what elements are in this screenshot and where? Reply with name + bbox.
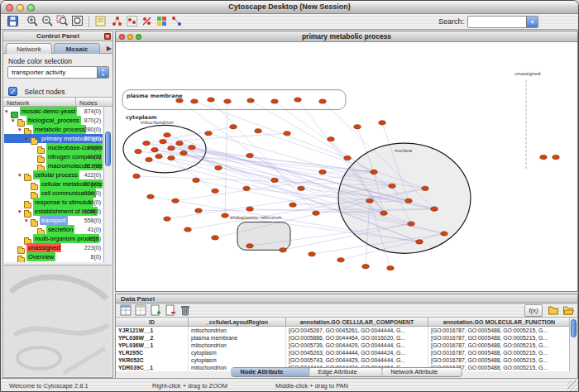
- tree-row[interactable]: secretion41(0): [4, 225, 103, 234]
- tree-row[interactable]: ▾transport558(0): [4, 216, 103, 225]
- color-attribute-dropdown[interactable]: transporter activity ▴▾: [7, 66, 109, 79]
- graph-node[interactable]: [344, 155, 351, 160]
- control-panel-close-button[interactable]: ✕: [104, 33, 111, 40]
- graph-node[interactable]: [156, 154, 162, 158]
- graph-node[interactable]: [294, 98, 301, 102]
- expand-toggle-icon[interactable]: ▾: [25, 216, 31, 225]
- graph-node[interactable]: [380, 211, 387, 215]
- graph-node[interactable]: [160, 140, 166, 144]
- expand-toggle-icon[interactable]: ▾: [18, 207, 24, 216]
- tree-row[interactable]: macromolecule metabol311(0): [4, 161, 103, 170]
- graph-node[interactable]: [271, 178, 278, 182]
- table-row[interactable]: YPL036W__2plasma membrane[GO:0005886, GO…: [116, 334, 571, 342]
- column-header[interactable]: ID: [116, 318, 189, 327]
- column-header[interactable]: annotation.GO CELLULAR_COMPONENT: [286, 318, 428, 327]
- graph-node[interactable]: [337, 258, 344, 262]
- table-scrollbar[interactable]: [569, 318, 577, 371]
- graph-node[interactable]: [243, 186, 250, 190]
- zoom-selected-button[interactable]: [55, 15, 69, 29]
- graph-node[interactable]: [189, 146, 195, 150]
- graph-node[interactable]: [224, 99, 231, 103]
- tree-row[interactable]: nucleobase-containing64(0): [4, 143, 103, 152]
- column-header[interactable]: annotation.GO MOLECULAR_FUNCTION: [428, 318, 571, 327]
- graph-node[interactable]: [147, 194, 154, 198]
- tree-row[interactable]: ▾primary metabolic process209(0): [4, 134, 103, 143]
- graph-node[interactable]: [246, 154, 253, 158]
- graph-node[interactable]: [371, 170, 377, 174]
- graph-node[interactable]: [553, 155, 559, 159]
- graph-node[interactable]: [280, 248, 286, 252]
- delete-attribute-button[interactable]: [164, 304, 176, 317]
- table-scrollbar-thumb[interactable]: [571, 319, 577, 337]
- tab-mosaic[interactable]: Mosaic: [54, 43, 100, 54]
- graph-node[interactable]: [405, 198, 412, 203]
- expand-toggle-icon[interactable]: ▾: [12, 116, 17, 125]
- tree-row[interactable]: ▾metabolic process280(0): [4, 125, 103, 134]
- graph-node[interactable]: [255, 129, 261, 133]
- network-canvas[interactable]: plasma membrane cytoplasm mitochondrion …: [116, 42, 577, 291]
- graph-node[interactable]: [176, 98, 183, 103]
- search-input[interactable]: [469, 17, 525, 26]
- graph-node[interactable]: [191, 99, 198, 103]
- hide-selected-button[interactable]: [110, 15, 124, 29]
- expand-toggle-icon[interactable]: ▾: [25, 134, 31, 143]
- import-attributes-button[interactable]: [547, 304, 559, 317]
- graph-node[interactable]: [284, 131, 290, 136]
- graph-node[interactable]: [215, 165, 222, 170]
- graph-node[interactable]: [246, 244, 253, 248]
- graph-node[interactable]: [298, 186, 304, 190]
- mosaic-plugin-button[interactable]: [155, 15, 169, 29]
- graph-node[interactable]: [441, 232, 447, 236]
- graph-node[interactable]: [133, 174, 140, 178]
- graph-node[interactable]: [313, 211, 319, 215]
- graph-node[interactable]: [246, 207, 253, 211]
- expand-toggle-icon[interactable]: ▾: [18, 170, 24, 179]
- graph-node[interactable]: [212, 236, 218, 240]
- graph-node[interactable]: [205, 131, 212, 136]
- zoom-in-button[interactable]: [26, 15, 40, 29]
- graph-node[interactable]: [362, 265, 369, 269]
- tree-row[interactable]: nitrogen compound met40(2): [4, 152, 103, 161]
- graph-node[interactable]: [540, 155, 547, 159]
- tree-scrollbar[interactable]: [103, 107, 112, 262]
- graph-node[interactable]: [319, 99, 326, 103]
- graph-node[interactable]: [379, 121, 385, 125]
- graph-node[interactable]: [354, 125, 361, 129]
- new-attribute-button[interactable]: [149, 304, 161, 317]
- tree-scrollbar-thumb[interactable]: [105, 131, 111, 166]
- table-row[interactable]: YKR052Ccytoplasm[GO:0005743, GO:0044429,…: [116, 356, 571, 364]
- graph-node[interactable]: [319, 170, 326, 174]
- graph-node[interactable]: [222, 213, 228, 218]
- table-row[interactable]: YJR121W__1mitochondrion[GO:0045267, GO:0…: [116, 327, 571, 334]
- tree-row[interactable]: ▾establishment of locali558(0): [4, 207, 103, 216]
- graph-node[interactable]: [208, 98, 214, 102]
- graph-node[interactable]: [195, 208, 202, 213]
- tab-network[interactable]: Network: [6, 43, 52, 54]
- graph-node[interactable]: [431, 207, 438, 211]
- tree-row[interactable]: ▾mosaic-demo-yeast874(0): [4, 107, 103, 116]
- graph-node[interactable]: [172, 198, 179, 203]
- graph-node[interactable]: [212, 189, 218, 193]
- graph-node[interactable]: [422, 186, 428, 190]
- graph-node[interactable]: [328, 137, 334, 141]
- graph-node[interactable]: [389, 184, 395, 188]
- tree-row[interactable]: unassigned223(0): [4, 243, 103, 252]
- tree-row[interactable]: ▾cellular process422(0): [4, 170, 103, 179]
- graph-node[interactable]: [176, 141, 183, 146]
- zoom-out-button[interactable]: [41, 15, 55, 29]
- column-header[interactable]: _cellularLayoutRegion: [189, 318, 286, 327]
- trash-button[interactable]: [179, 304, 191, 317]
- graph-node[interactable]: [184, 227, 191, 232]
- graph-node[interactable]: [290, 203, 296, 207]
- tab-overflow-arrow-icon[interactable]: ▶: [107, 45, 112, 52]
- graph-node[interactable]: [146, 157, 152, 161]
- graph-node[interactable]: [168, 146, 175, 151]
- graph-node[interactable]: [164, 217, 170, 221]
- graph-node[interactable]: [168, 155, 175, 160]
- destroy-group-button[interactable]: [140, 15, 154, 29]
- graph-node[interactable]: [193, 178, 199, 182]
- tree-row[interactable]: cell communication24(0): [4, 189, 103, 198]
- expand-toggle-icon[interactable]: ▾: [5, 107, 11, 116]
- graph-node[interactable]: [247, 98, 254, 103]
- graph-node[interactable]: [366, 198, 373, 203]
